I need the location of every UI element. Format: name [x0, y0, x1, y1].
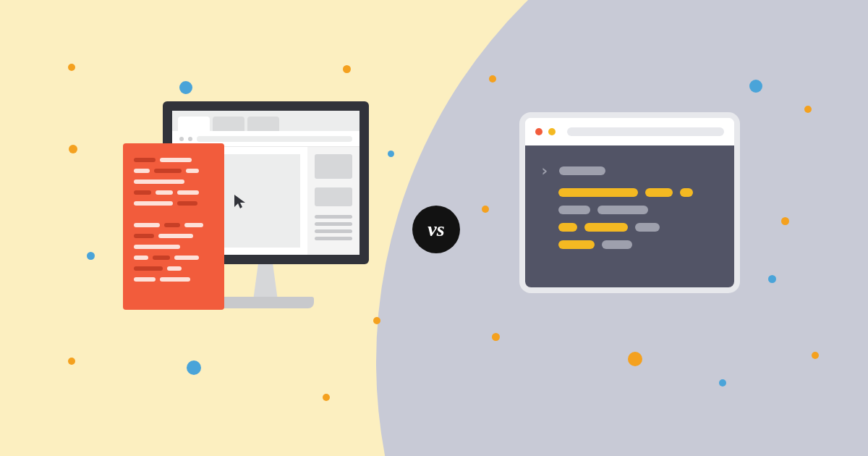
decorative-dot [179, 81, 192, 94]
decorative-dot [373, 317, 380, 324]
sidebar-lines [315, 215, 352, 240]
decorative-dot [489, 75, 496, 83]
monitor-base [217, 297, 314, 308]
browser-tabs [172, 111, 359, 131]
terminal-line [540, 223, 720, 232]
vs-label: vs [427, 218, 444, 241]
browser-tab [178, 117, 210, 131]
decorative-dot [804, 106, 812, 113]
vs-badge: vs [412, 206, 460, 253]
decorative-dot [719, 379, 726, 387]
toolbar-icon [179, 137, 184, 141]
decorative-dot [87, 252, 95, 260]
prompt-icon: › [540, 161, 549, 180]
terminal-line [540, 240, 720, 249]
decorative-dot [781, 217, 789, 225]
browser-tab [247, 117, 279, 131]
traffic-light-yellow-icon [548, 128, 556, 135]
decorative-dot [388, 151, 394, 157]
terminal-line [540, 188, 720, 197]
page-sidebar [307, 147, 359, 255]
sidebar-block [315, 154, 352, 179]
toolbar-icon [188, 137, 192, 141]
terminal-illustration: › [519, 112, 740, 293]
terminal-header [525, 118, 734, 145]
decorative-dot [343, 65, 351, 73]
terminal-line [540, 206, 720, 214]
decorative-dot [628, 352, 642, 366]
decorative-dot [68, 358, 75, 365]
sidebar-block [315, 187, 352, 206]
decorative-dot [749, 80, 762, 93]
decorative-dot [69, 145, 77, 153]
decorative-dot [768, 275, 776, 283]
terminal-body: › [525, 145, 734, 287]
traffic-light-red-icon [535, 128, 542, 135]
decorative-dot [812, 352, 819, 359]
decorative-dot [187, 360, 201, 375]
code-sheet [123, 143, 224, 310]
url-bar [197, 136, 352, 142]
browser-tab [213, 117, 244, 131]
decorative-dot [68, 64, 75, 71]
decorative-dot [323, 394, 330, 401]
decorative-dot [492, 333, 500, 341]
terminal-line: › [540, 161, 720, 180]
decorative-dot [482, 206, 489, 213]
terminal-title-bar [567, 127, 724, 136]
cursor-icon [231, 193, 249, 210]
